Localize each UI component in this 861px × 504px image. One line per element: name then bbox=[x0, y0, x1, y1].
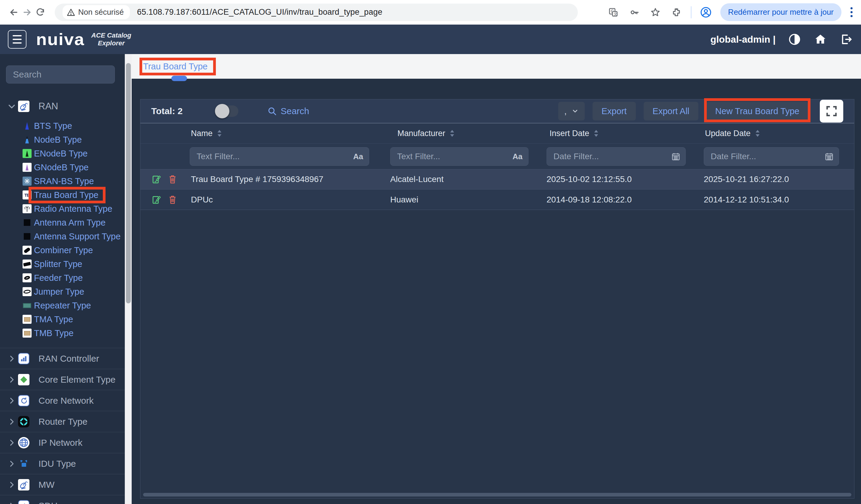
sidebar-group-ran[interactable]: RAN bbox=[6, 99, 125, 114]
edit-icon[interactable] bbox=[152, 174, 161, 184]
table-row[interactable]: DPUc Huawei 2014-09-18 12:08:22.0 2014-1… bbox=[140, 190, 854, 210]
column-header-manufacturer[interactable]: Manufacturer bbox=[385, 129, 542, 138]
sidebar-group-core-network[interactable]: Core Network bbox=[0, 390, 125, 411]
update-date-filter-input[interactable] bbox=[704, 147, 839, 166]
sort-icon[interactable] bbox=[449, 129, 455, 137]
scrollbar-thumb[interactable] bbox=[126, 63, 131, 303]
translate-icon[interactable]: G文 bbox=[607, 6, 620, 19]
warning-icon bbox=[67, 8, 75, 16]
sran-bs-icon bbox=[23, 177, 31, 186]
case-sensitivity-toggle[interactable]: Aa bbox=[353, 152, 363, 161]
gnodeb-tower-icon bbox=[23, 163, 31, 172]
manufacturer-filter-input[interactable] bbox=[390, 147, 529, 166]
column-header-insert-date[interactable]: Insert Date bbox=[542, 129, 699, 138]
delete-icon[interactable] bbox=[168, 174, 177, 184]
calendar-icon[interactable] bbox=[825, 152, 834, 161]
url-text: 65.108.79.187:6011/ACE_CATALOG_UI/inv/tr… bbox=[137, 8, 382, 17]
sidebar-group-mw[interactable]: MW bbox=[0, 474, 125, 495]
table-filter-row: Aa Aa bbox=[140, 143, 854, 169]
sidebar-group-router-type[interactable]: Router Type bbox=[0, 411, 125, 432]
ran-children: BTS Type NodeB Type ENodeB Type GNodeB T… bbox=[0, 119, 125, 340]
home-icon[interactable] bbox=[814, 32, 827, 46]
profile-icon[interactable] bbox=[699, 6, 712, 19]
feeder-icon bbox=[23, 273, 31, 282]
edit-icon[interactable] bbox=[152, 195, 161, 205]
sidebar-item-antenna-support-type[interactable]: Antenna Support Type bbox=[0, 229, 125, 243]
chevron-right-icon bbox=[6, 459, 17, 469]
scrollbar-thumb[interactable] bbox=[143, 493, 851, 496]
sidebar-item-tmb-type[interactable]: TMB Type bbox=[0, 326, 125, 340]
sidebar-item-bts-type[interactable]: BTS Type bbox=[0, 119, 125, 133]
splitter-icon bbox=[23, 260, 31, 268]
contrast-toggle-icon[interactable] bbox=[788, 32, 802, 46]
sidebar-item-jumper-type[interactable]: Jumper Type bbox=[0, 285, 125, 298]
sidebar-item-repeater-type[interactable]: Repeater Type bbox=[0, 298, 125, 312]
sidebar-group-core-element-type[interactable]: Core Element Type bbox=[0, 369, 125, 390]
horizontal-scrollbar[interactable] bbox=[141, 493, 853, 498]
forward-icon[interactable] bbox=[20, 6, 34, 19]
column-header-name[interactable]: Name bbox=[185, 129, 385, 138]
back-icon[interactable] bbox=[7, 6, 20, 19]
calendar-icon[interactable] bbox=[671, 152, 680, 161]
chevron-down-icon[interactable] bbox=[6, 101, 17, 111]
cell-update-date: 2014-12-12 10:51:34.0 bbox=[699, 195, 854, 205]
sidebar-item-tma-type[interactable]: TMA Type bbox=[0, 312, 125, 326]
sidebar-item-radio-antenna-type[interactable]: Radio Antenna Type bbox=[0, 202, 125, 216]
table-search-button[interactable]: Search bbox=[267, 106, 309, 116]
antenna-support-icon bbox=[23, 232, 31, 241]
sidebar-group-ran-controller[interactable]: RAN Controller bbox=[0, 348, 125, 369]
nodeb-tower-icon bbox=[23, 135, 31, 144]
bookmark-star-icon[interactable] bbox=[649, 6, 662, 19]
sidebar-item-trau-board-type[interactable]: TB Trau Board Type bbox=[0, 188, 125, 202]
case-sensitivity-toggle[interactable]: Aa bbox=[512, 152, 522, 161]
user-label: global-admin | bbox=[710, 34, 776, 45]
new-trau-board-type-button[interactable]: New Trau Board Type bbox=[706, 102, 808, 121]
sidebar-groups: RAN Controller Core Element Type bbox=[0, 348, 125, 504]
cell-update-date: 2025-10-21 16:27:22.0 bbox=[699, 174, 854, 184]
sync-icon bbox=[18, 395, 29, 406]
sidebar-item-combiner-type[interactable]: Combiner Type bbox=[0, 243, 125, 257]
sidebar-group-sdh[interactable]: SDH bbox=[0, 495, 125, 504]
column-header-update-date[interactable]: Update Date bbox=[699, 129, 854, 138]
logout-icon[interactable] bbox=[839, 32, 853, 46]
search-icon bbox=[267, 106, 277, 116]
sidebar-item-feeder-type[interactable]: Feeder Type bbox=[0, 271, 125, 285]
sidebar-search-input[interactable] bbox=[6, 66, 115, 84]
extensions-icon[interactable] bbox=[670, 6, 683, 19]
sidebar-item-splitter-type[interactable]: Splitter Type bbox=[0, 257, 125, 271]
security-chip[interactable]: Non sécurisé bbox=[63, 5, 130, 19]
green-diamond-icon bbox=[18, 374, 29, 386]
app-navbar: nuiva ACE Catalog Explorer global-admin … bbox=[0, 25, 861, 54]
reload-icon[interactable] bbox=[34, 6, 47, 19]
table-row[interactable]: Trau Board Type # 1759396348967 Alcatel-… bbox=[140, 169, 854, 190]
restart-update-button[interactable]: Redémarrer pour mettre à jour bbox=[720, 3, 842, 21]
bts-tower-icon bbox=[23, 121, 31, 130]
app-subtitle: ACE Catalog Explorer bbox=[91, 31, 132, 47]
password-key-icon[interactable] bbox=[628, 6, 641, 19]
browser-menu-icon[interactable] bbox=[849, 6, 854, 18]
fullscreen-button[interactable] bbox=[820, 100, 843, 123]
sidebar-item-enodeb-type[interactable]: ENodeB Type bbox=[0, 146, 125, 160]
sidebar-item-sran-bs-type[interactable]: SRAN-BS Type bbox=[0, 174, 125, 188]
sidebar-item-gnodeb-type[interactable]: GNodeB Type bbox=[0, 160, 125, 174]
sidebar-group-idu-type[interactable]: IDU Type bbox=[0, 453, 125, 474]
sort-icon[interactable] bbox=[755, 129, 760, 137]
delete-icon[interactable] bbox=[168, 195, 177, 205]
sort-icon[interactable] bbox=[217, 129, 222, 137]
sidebar-item-nodeb-type[interactable]: NodeB Type bbox=[0, 133, 125, 146]
delimiter-dropdown[interactable]: , bbox=[558, 102, 585, 121]
sidebar-item-antenna-arm-type[interactable]: Antenna Arm Type bbox=[0, 216, 125, 229]
content-area: Total: 2 Search , bbox=[132, 79, 861, 504]
filter-toggle[interactable] bbox=[216, 106, 238, 117]
export-button[interactable]: Export bbox=[592, 102, 636, 121]
insert-date-filter-input[interactable] bbox=[547, 147, 686, 166]
name-filter-input[interactable] bbox=[190, 147, 369, 166]
sidebar-scrollbar[interactable] bbox=[125, 54, 132, 504]
radio-antenna-icon bbox=[23, 204, 31, 213]
url-bar[interactable]: Non sécurisé 65.108.79.187:6011/ACE_CATA… bbox=[55, 4, 578, 21]
sort-icon[interactable] bbox=[593, 129, 599, 137]
tab-trau-board-type[interactable]: Trau Board Type bbox=[143, 61, 207, 71]
hamburger-menu-button[interactable] bbox=[8, 30, 26, 48]
export-all-button[interactable]: Export All bbox=[644, 102, 699, 121]
sidebar-group-ip-network[interactable]: IP Network bbox=[0, 432, 125, 453]
